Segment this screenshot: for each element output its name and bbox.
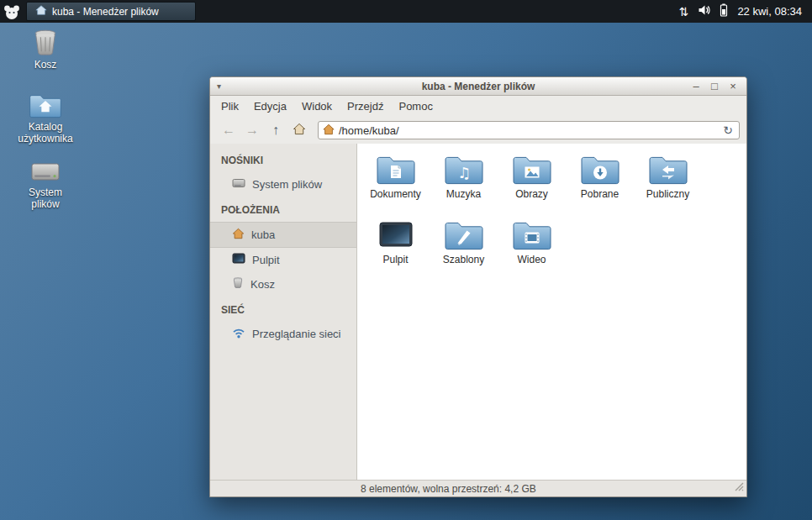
file-label: Obrazy (515, 188, 548, 200)
folder-downloads-icon (580, 152, 620, 186)
file-label: Pulpit (382, 254, 408, 265)
toolbar: ← → ↑ /home/kuba/ ↻ (210, 117, 746, 144)
window-title: kuba - Menedżer plików (210, 81, 746, 92)
volume-icon[interactable] (698, 4, 710, 19)
sidebar-header-devices: NOŚNIKI (210, 147, 356, 172)
file-item-music[interactable]: ♫ Muzyka (430, 152, 498, 218)
hard-drive-icon (13, 153, 77, 185)
file-item-downloads[interactable]: Pobrane (566, 152, 634, 218)
sidebar-header-network: SIEĆ (210, 297, 356, 322)
status-bar: 8 elementów, wolna przestrzeń: 4,2 GB (210, 480, 746, 496)
menu-edit[interactable]: Edycja (246, 97, 294, 115)
desktop-icon-label: Kosz (13, 60, 77, 71)
file-item-public[interactable]: Publiczny (634, 152, 702, 218)
sidebar-item-label: Kosz (250, 278, 275, 291)
file-manager-window: ▾ kuba - Menedżer plików – □ × Plik Edyc… (209, 76, 747, 497)
battery-icon[interactable] (720, 3, 728, 20)
file-item-desktop[interactable]: Pulpit (361, 218, 430, 283)
titlebar[interactable]: ▾ kuba - Menedżer plików – □ × (210, 77, 746, 96)
file-label: Pobrane (581, 188, 619, 200)
file-label: Wideo (517, 254, 546, 265)
network-browse-icon (232, 327, 245, 341)
window-menu-icon[interactable]: ▾ (217, 81, 221, 91)
sidebar-header-places: POŁOŻENIA (210, 197, 356, 222)
file-label: Publiczny (646, 188, 689, 200)
sidebar-item-trash[interactable]: Kosz (210, 271, 356, 297)
file-label: Szablony (443, 254, 484, 265)
folder-pictures-icon (512, 152, 552, 186)
window-controls: – □ × (689, 80, 746, 92)
back-icon: ← (222, 123, 235, 138)
desktop-screen-icon (376, 218, 416, 251)
back-button[interactable]: ← (217, 120, 240, 140)
folder-videos-icon (512, 218, 552, 251)
forward-button[interactable]: → (240, 120, 264, 140)
menu-view[interactable]: Widok (294, 97, 340, 115)
svg-text:♫: ♫ (456, 164, 470, 181)
folder-documents-icon (376, 152, 416, 186)
menu-file[interactable]: Plik (214, 97, 246, 115)
desktop-icon-home-folder[interactable]: Katalog użytkownika (13, 87, 77, 145)
desktop: kuba - Menedżer plików ⇅ 22 kwi, 08:34 (0, 0, 812, 520)
file-item-documents[interactable]: Dokumenty (361, 152, 430, 218)
desktop-icon-label: Katalog użytkownika (13, 122, 77, 145)
reload-icon[interactable]: ↻ (721, 123, 735, 137)
sidebar-item-label: Przeglądanie sieci (252, 328, 341, 340)
file-item-pictures[interactable]: Obrazy (498, 152, 566, 218)
window-content: NOŚNIKI System plików POŁOŻENIA (210, 144, 746, 480)
clock[interactable]: 22 kwi, 08:34 (737, 5, 802, 18)
trash-icon (13, 25, 77, 57)
path-home-icon (323, 123, 335, 138)
menu-help[interactable]: Pomoc (391, 97, 440, 115)
file-view[interactable]: Dokumenty ♫ Muzyka (357, 144, 746, 480)
sidebar-item-browse-network[interactable]: Przeglądanie sieci (210, 322, 356, 346)
trash-icon (232, 276, 244, 292)
menu-go[interactable]: Przejdź (340, 97, 391, 115)
file-item-videos[interactable]: Wideo (498, 218, 566, 283)
taskbar-item-label: kuba - Menedżer plików (52, 6, 159, 18)
sidebar-item-label: System plików (252, 178, 322, 191)
home-folder-icon (13, 87, 77, 119)
taskbar-window-icon (35, 4, 47, 18)
system-tray: ⇅ 22 kwi, 08:34 (679, 3, 812, 20)
sidebar-item-filesystem[interactable]: System plików (210, 172, 356, 197)
file-item-templates[interactable]: Szablony (430, 218, 498, 283)
resize-grip[interactable] (734, 481, 744, 494)
top-panel: kuba - Menedżer plików ⇅ 22 kwi, 08:34 (0, 0, 812, 23)
sidebar-item-label: kuba (251, 228, 275, 241)
sidebar: NOŚNIKI System plików POŁOŻENIA (210, 144, 357, 480)
minimize-button[interactable]: – (689, 80, 703, 92)
home-icon (232, 228, 245, 242)
folder-templates-icon (444, 218, 484, 251)
sidebar-item-home[interactable]: kuba (210, 222, 356, 248)
file-label: Muzyka (446, 188, 481, 200)
forward-icon: → (245, 123, 259, 138)
desktop-icon-filesystem[interactable]: System plików (13, 153, 77, 211)
folder-music-icon: ♫ (444, 152, 484, 186)
maximize-button[interactable]: □ (708, 80, 721, 92)
desktop-icon-label: System plików (13, 187, 77, 211)
close-button[interactable]: × (726, 80, 740, 92)
up-button[interactable]: ↑ (264, 120, 287, 140)
hard-drive-icon (232, 177, 245, 192)
home-icon (293, 123, 306, 139)
status-text: 8 elementów, wolna przestrzeń: 4,2 GB (361, 483, 536, 495)
path-bar[interactable]: /home/kuba/ ↻ (318, 121, 740, 139)
up-icon: ↑ (272, 123, 279, 138)
sidebar-item-desktop[interactable]: Pulpit (210, 248, 356, 271)
folder-public-icon (648, 152, 688, 186)
taskbar-item[interactable]: kuba - Menedżer plików (26, 2, 196, 21)
sidebar-item-label: Pulpit (252, 254, 280, 266)
path-input[interactable]: /home/kuba/ (339, 124, 721, 137)
desktop-icon-trash[interactable]: Kosz (13, 25, 77, 71)
applications-menu-icon[interactable] (0, 0, 24, 23)
home-button[interactable] (287, 120, 311, 140)
file-label: Dokumenty (370, 188, 421, 200)
menubar: Plik Edycja Widok Przejdź Pomoc (210, 96, 746, 117)
network-icon[interactable]: ⇅ (679, 6, 689, 18)
desktop-screen-icon (232, 253, 245, 266)
